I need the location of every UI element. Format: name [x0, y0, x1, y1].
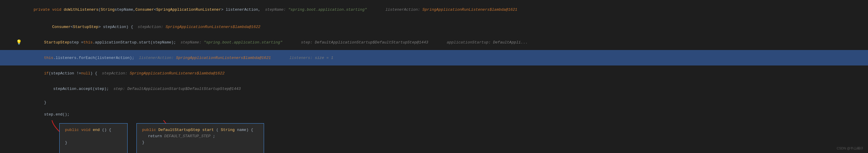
- popup-start-line1: public DefaultStartupStep start ( String…: [142, 128, 258, 132]
- popup-start: public DefaultStartupStep start ( String…: [136, 123, 264, 153]
- popup-end-line1: public void end () {: [65, 128, 122, 132]
- line-content-7: }: [23, 97, 868, 108]
- code-editor: private void doWithListeners ( String st…: [0, 0, 868, 153]
- arrow-overlay: [0, 120, 868, 153]
- line-icon-8: [15, 108, 23, 120]
- popup-end-line3: }: [65, 141, 122, 145]
- line-number-6: [0, 81, 15, 97]
- line-content-6: stepAction.accept(step); step: DefaultAp…: [23, 81, 868, 97]
- line-icon-5: [15, 66, 23, 81]
- line-number-5: [0, 66, 15, 81]
- line-content-5: if (stepAction != null ) { stepAction: S…: [23, 66, 868, 81]
- code-line-8: step.end();: [0, 108, 868, 120]
- line-number-1: [0, 0, 15, 19]
- code-line-5: if (stepAction != null ) { stepAction: S…: [0, 66, 868, 81]
- code-line-1: private void doWithListeners ( String st…: [0, 0, 868, 19]
- line-icon-1: [15, 0, 22, 19]
- line-content-1: private void doWithListeners ( String st…: [22, 0, 868, 19]
- line-icon-4: [15, 50, 23, 66]
- line-content-8: step.end();: [23, 108, 868, 120]
- code-line-2: Consumer < StartupStep > stepAction) { s…: [0, 19, 868, 34]
- popup-start-line2: return DEFAULT_STARTUP_STEP ;: [142, 134, 258, 138]
- popup-start-line3: }: [142, 140, 258, 145]
- code-line-3: 💡 StartupStep step = this .applicationSt…: [0, 34, 868, 50]
- code-line-6: stepAction.accept(step); step: DefaultAp…: [0, 81, 868, 97]
- line-content-3: StartupStep step = this .applicationStar…: [23, 34, 868, 50]
- line-number-8: [0, 108, 15, 120]
- popup-end: public void end () { }: [59, 123, 128, 153]
- code-line-4: this .listeners.forEach(listenerAction);…: [0, 50, 868, 66]
- line-number-4: [0, 50, 15, 66]
- line-content-4: this .listeners.forEach(listenerAction);…: [23, 50, 868, 66]
- watermark: CSDN @半山橘仔: [837, 146, 863, 151]
- line-content-2: Consumer < StartupStep > stepAction) { s…: [22, 19, 868, 34]
- line-number-2: [0, 19, 15, 34]
- line-number-3: [0, 34, 15, 50]
- line-number-7: [0, 97, 15, 108]
- line-icon-6: [15, 81, 23, 97]
- code-line-7: }: [0, 97, 868, 108]
- popup-end-line2: [65, 132, 122, 141]
- line-icon-2: [15, 19, 22, 34]
- line-icon-lightbulb[interactable]: 💡: [15, 34, 23, 50]
- line-icon-7: [15, 97, 23, 108]
